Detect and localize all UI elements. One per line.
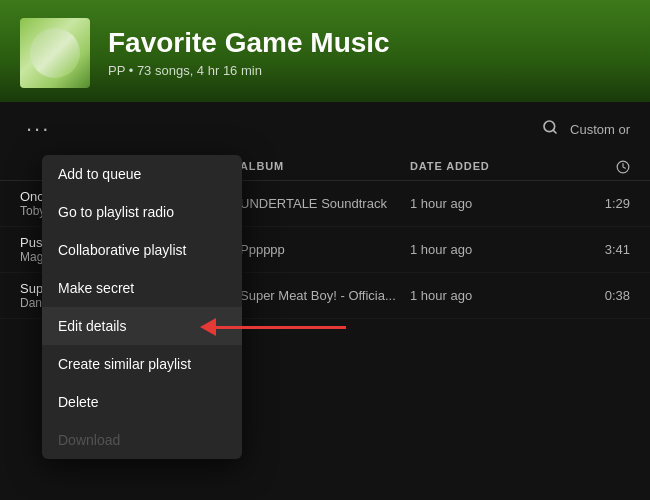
col-date: DATE ADDED [410,160,570,176]
search-button[interactable] [542,119,558,139]
playlist-title: Favorite Game Music [108,28,390,59]
track-date: 1 hour ago [410,288,570,303]
track-duration: 0:38 [570,288,630,303]
context-menu-edit-details[interactable]: Edit details [42,307,242,345]
track-date: 1 hour ago [410,196,570,211]
context-menu-add-to-queue[interactable]: Add to queue [42,155,242,193]
track-duration: 1:29 [570,196,630,211]
col-album: ALBUM [240,160,410,176]
track-album: Pppppp [240,242,410,257]
col-duration [570,160,630,176]
context-menu: Add to queue Go to playlist radio Collab… [42,155,242,459]
album-art [20,18,90,88]
context-menu-download: Download [42,421,242,459]
context-menu-delete[interactable]: Delete [42,383,242,421]
context-menu-collaborative-playlist[interactable]: Collaborative playlist [42,231,242,269]
context-menu-create-similar-playlist[interactable]: Create similar playlist [42,345,242,383]
custom-order-button[interactable]: Custom or [570,122,630,137]
svg-line-1 [553,130,556,133]
track-album: Super Meat Boy! - Officia... [240,288,410,303]
track-date: 1 hour ago [410,242,570,257]
search-icon [542,119,558,135]
playlist-meta: PP • 73 songs, 4 hr 16 min [108,63,390,78]
track-duration: 3:41 [570,242,630,257]
context-menu-go-to-playlist-radio[interactable]: Go to playlist radio [42,193,242,231]
toolbar-left: ··· [20,112,56,146]
toolbar-right: Custom or [542,119,630,139]
track-album: UNDERTALE Soundtrack [240,196,410,211]
header-info: Favorite Game Music PP • 73 songs, 4 hr … [108,28,390,78]
more-options-button[interactable]: ··· [20,112,56,146]
toolbar: ··· Custom or [0,102,650,156]
album-art-inner [30,28,80,78]
playlist-header: Favorite Game Music PP • 73 songs, 4 hr … [0,0,650,102]
context-menu-make-secret[interactable]: Make secret [42,269,242,307]
